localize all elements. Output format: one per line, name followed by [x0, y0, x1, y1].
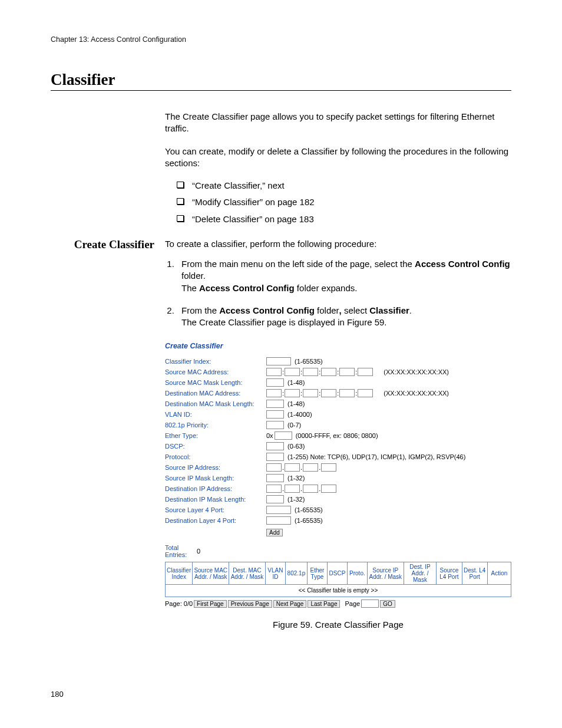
dst-mac-6[interactable]: [358, 389, 373, 397]
total-entries-label: Total Entries:: [165, 544, 191, 558]
label: Destination IP Mask Length:: [165, 495, 266, 504]
dst-mac-3[interactable]: [303, 389, 318, 397]
row-dst-mac-mask: Destination MAC Mask Length: (1-48): [165, 398, 511, 409]
body: The Create Classifier page allows you to…: [51, 111, 511, 238]
label: Protocol:: [165, 453, 266, 462]
dst-ip-3[interactable]: [303, 485, 318, 493]
dst-ip-2[interactable]: [285, 485, 300, 493]
src-ip-4[interactable]: [321, 463, 336, 472]
src-ip-3[interactable]: [303, 463, 318, 472]
label: Destination MAC Address:: [165, 389, 266, 398]
8021p-input[interactable]: [266, 421, 284, 429]
total-entries-value: 0: [197, 547, 200, 556]
classifier-form: Classifier Index: (1-65535) Source MAC A…: [165, 356, 511, 537]
chapter-header: Chapter 13: Access Control Configuration: [51, 35, 511, 44]
label: VLAN ID:: [165, 410, 266, 419]
src-mac-2[interactable]: [285, 368, 300, 376]
intro-p2: You can create, modify or delete a Class…: [165, 146, 511, 170]
step-2: From the Access Control Config folder, s…: [177, 305, 511, 329]
row-classifier-index: Classifier Index: (1-65535): [165, 356, 511, 367]
page-input[interactable]: [361, 599, 379, 608]
step1-bold1: Access Control Config: [415, 259, 510, 269]
dst-ip-mask-input[interactable]: [266, 495, 284, 503]
hint: (1-48): [287, 378, 305, 387]
right-column: To create a classifier, perform the foll…: [165, 238, 511, 631]
src-mac-mask-input[interactable]: [266, 378, 284, 387]
page-number: 180: [51, 690, 64, 699]
dst-l4-input[interactable]: [266, 516, 291, 525]
label: Source MAC Mask Length:: [165, 378, 266, 387]
col-classifier-index: Classifier Index: [166, 562, 193, 585]
classifier-table: Classifier Index Source MAC Addr. / Mask…: [165, 562, 511, 597]
hint: (1-4000): [287, 410, 312, 419]
row-src-ip-mask: Source IP Mask Length: (1-32): [165, 473, 511, 483]
col-8021p: 802.1p: [285, 562, 307, 585]
src-mac-6[interactable]: [358, 368, 373, 376]
src-mac-4[interactable]: [321, 368, 336, 376]
add-button[interactable]: Add: [266, 529, 283, 536]
pager-status: Page: 0/0: [165, 599, 193, 608]
dscp-input[interactable]: [266, 442, 284, 450]
dst-mac-5[interactable]: [339, 389, 355, 397]
hint: (0000-FFFF, ex: 0806; 0800): [296, 431, 378, 440]
last-page-button[interactable]: Last Page: [308, 600, 340, 608]
row-dst-ip: Destination IP Address: . . .: [165, 483, 511, 494]
src-ip-mask-input[interactable]: [266, 474, 284, 482]
dst-mac-2[interactable]: [285, 389, 300, 397]
vlan-id-input[interactable]: [266, 410, 284, 419]
hint: (1-65535): [295, 357, 323, 366]
src-l4-input[interactable]: [266, 506, 291, 514]
row-src-mac-mask: Source MAC Mask Length: (1-48): [165, 377, 511, 388]
col-proto: Proto.: [347, 562, 367, 585]
create-section: Create Classifier To create a classifier…: [51, 238, 511, 631]
hint: (1-65535): [295, 516, 323, 525]
step1-mid1: folder.: [181, 271, 206, 281]
classifier-index-input[interactable]: [266, 357, 291, 365]
bullet-item: “Delete Classifier” on page 183: [177, 213, 511, 225]
next-page-button[interactable]: Next Page: [273, 600, 307, 608]
src-mac-5[interactable]: [339, 368, 355, 376]
col-dst-mac: Dest. MAC Addr. / Mask: [229, 562, 266, 585]
step2-line2: The Create Classifier page is displayed …: [181, 317, 387, 327]
protocol-input[interactable]: [266, 453, 284, 461]
dst-mac-1[interactable]: [266, 389, 282, 397]
step1-line2b: folder expands.: [295, 283, 358, 293]
dst-ip-1[interactable]: [266, 485, 282, 493]
table-header-row: Classifier Index Source MAC Addr. / Mask…: [166, 562, 511, 585]
col-action: Action: [487, 562, 511, 585]
row-vlan-id: VLAN ID: (1-4000): [165, 409, 511, 420]
pager: Page: 0/0 First Page Previous Page Next …: [165, 599, 511, 608]
src-ip-1[interactable]: [266, 463, 282, 472]
col-src-l4: Source L4 Port: [437, 562, 462, 585]
row-src-ip: Source IP Address: . . .: [165, 462, 511, 473]
step1-line2a: The: [181, 283, 199, 293]
src-mac-1[interactable]: [266, 368, 282, 376]
empty-cell: << Classifier table is empty >>: [166, 585, 511, 597]
col-vlan: VLAN ID: [265, 562, 285, 585]
page-label: Page: [345, 599, 360, 608]
dst-mac-4[interactable]: [321, 389, 336, 397]
label: Source Layer 4 Port:: [165, 506, 266, 515]
first-page-button[interactable]: First Page: [194, 600, 227, 608]
step1-bold2: Access Control Config: [199, 283, 295, 293]
hint: (1-255) Note: TCP(6), UDP(17), ICMP(1), …: [287, 453, 465, 462]
dst-ip-4[interactable]: [321, 485, 336, 493]
row-ether-type: Ether Type: 0x (0000-FFFF, ex: 0806; 080…: [165, 430, 511, 441]
step1-pre: From the main menu on the left side of t…: [181, 259, 415, 269]
src-ip-2[interactable]: [285, 463, 300, 472]
label: 802.1p Priority:: [165, 421, 266, 430]
hint: (1-48): [287, 400, 305, 409]
label: Destination IP Address:: [165, 485, 266, 493]
label: Source IP Mask Length:: [165, 474, 266, 483]
go-button[interactable]: GO: [380, 600, 395, 608]
src-mac-3[interactable]: [303, 368, 318, 376]
dst-mac-mask-input[interactable]: [266, 400, 284, 408]
col-src-mac: Source MAC Addr. / Mask: [193, 562, 229, 585]
left-column: Create Classifier: [51, 238, 165, 631]
create-heading: Create Classifier: [51, 238, 165, 251]
hint: (1-32): [287, 474, 305, 483]
table-empty-row: << Classifier table is empty >>: [166, 585, 511, 597]
step2-bold2: Classifier: [369, 305, 409, 315]
prev-page-button[interactable]: Previous Page: [228, 600, 272, 608]
ether-type-input[interactable]: [275, 431, 292, 440]
